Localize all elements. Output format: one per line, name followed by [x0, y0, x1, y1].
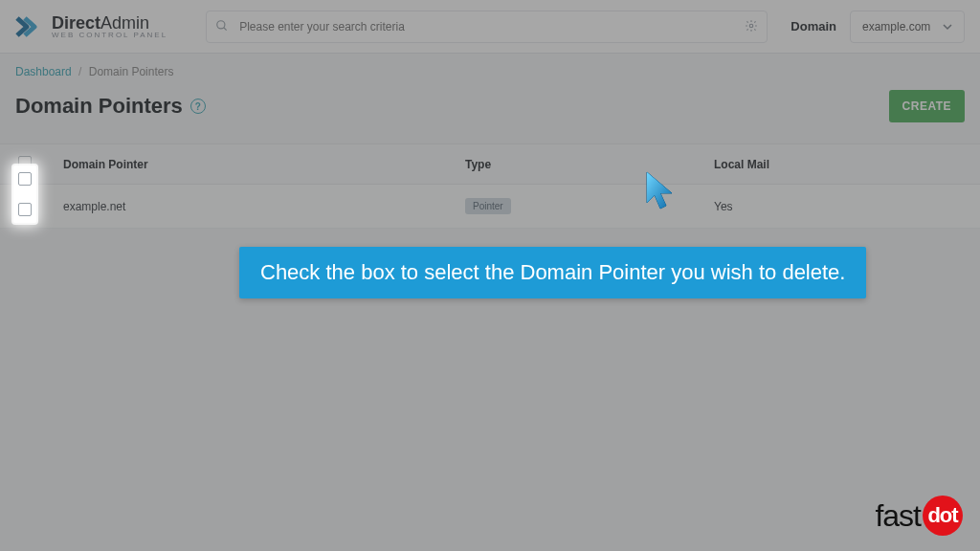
- type-badge: Pointer: [465, 198, 511, 214]
- svg-line-1: [224, 27, 227, 30]
- watermark-dot: dot: [923, 496, 963, 536]
- breadcrumb-root[interactable]: Dashboard: [15, 65, 72, 78]
- table-row[interactable]: example.net Pointer Yes: [0, 185, 980, 229]
- breadcrumb-separator: /: [78, 65, 81, 78]
- pointers-table: Domain Pointer Type Local Mail example.n…: [0, 143, 980, 229]
- domain-selected-value: example.com: [862, 20, 930, 33]
- domain-label: Domain: [791, 19, 836, 33]
- svg-point-2: [750, 24, 754, 28]
- pointers-table-wrap: Domain Pointer Type Local Mail example.n…: [0, 143, 980, 229]
- brand-chevrons-icon: [15, 12, 44, 41]
- page-root: DirectAdmin web control panel Domain exa…: [0, 0, 980, 551]
- page-title-text: Domain Pointers: [15, 94, 183, 119]
- help-icon[interactable]: ?: [190, 99, 206, 114]
- watermark: fastdot: [875, 496, 963, 536]
- create-button[interactable]: CREATE: [889, 90, 965, 122]
- gear-icon[interactable]: [745, 19, 758, 33]
- cell-pointer: example.net: [50, 185, 452, 229]
- brand-tagline: web control panel: [52, 32, 167, 39]
- page-title: Domain Pointers ?: [15, 94, 206, 119]
- brand-name-light: Admin: [100, 13, 149, 33]
- tutorial-cursor-icon: [645, 170, 678, 212]
- col-pointer[interactable]: Domain Pointer: [50, 144, 452, 185]
- chevron-down-icon: [943, 22, 952, 32]
- brand-logo[interactable]: DirectAdmin web control panel: [15, 12, 167, 41]
- search-icon: [215, 19, 229, 33]
- title-row: Domain Pointers ? CREATE: [0, 84, 980, 143]
- header: DirectAdmin web control panel Domain exa…: [0, 0, 980, 54]
- cell-mail: Yes: [701, 185, 980, 229]
- table-header-row: Domain Pointer Type Local Mail: [0, 144, 980, 185]
- search-input[interactable]: [206, 11, 768, 43]
- row-checkbox-highlight[interactable]: [18, 203, 32, 216]
- breadcrumb-current: Domain Pointers: [89, 65, 174, 78]
- breadcrumb: Dashboard / Domain Pointers: [0, 54, 980, 84]
- brand-name-strong: Direct: [52, 13, 100, 33]
- search-wrap: [206, 11, 768, 43]
- col-mail[interactable]: Local Mail: [701, 144, 980, 185]
- domain-select[interactable]: example.com: [850, 11, 965, 43]
- svg-point-0: [217, 20, 225, 28]
- checkbox-highlight: [13, 165, 36, 223]
- watermark-pre: fast: [875, 498, 921, 534]
- select-all-checkbox-highlight[interactable]: [18, 172, 32, 186]
- tutorial-tooltip: Check the box to select the Domain Point…: [239, 247, 866, 298]
